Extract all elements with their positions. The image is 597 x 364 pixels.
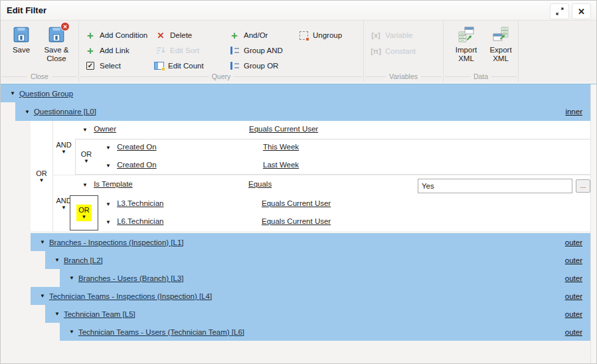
- collapse-arrow-icon[interactable]: ▼: [69, 275, 74, 281]
- join-type-link[interactable]: outer: [565, 256, 582, 264]
- value-link[interactable]: Equals Current User: [262, 217, 331, 225]
- close-badge-icon: ✕: [60, 22, 70, 31]
- save-close-label: Save & Close: [39, 46, 74, 63]
- field-dropdown-icon[interactable]: ▼: [106, 163, 111, 169]
- condition-created-on-1: ▼ Created On: [106, 143, 157, 151]
- add-condition-button[interactable]: + Add Condition: [85, 29, 147, 42]
- tree-row-questionnaire[interactable]: ▼ Questionnaire [L0] inner: [15, 102, 590, 121]
- ribbon-group-query: + Add Condition + Add Link ✓ Select ✕ De…: [79, 21, 364, 82]
- relation-link[interactable]: Technician Teams - Inspections (Inspecti…: [49, 292, 212, 300]
- and-or-button[interactable]: + And/Or: [229, 29, 268, 42]
- is-template-value-input[interactable]: [418, 179, 572, 193]
- relation-link[interactable]: Technician Team [L5]: [64, 310, 135, 318]
- group-and-button[interactable]: Group AND: [229, 44, 283, 57]
- field-dropdown-icon[interactable]: ▼: [82, 182, 88, 188]
- constant-button: [π] Constant: [371, 45, 416, 58]
- join-type-link[interactable]: outer: [565, 292, 582, 300]
- export-xml-button[interactable]: Export XML: [485, 26, 516, 63]
- group-icon: [230, 61, 239, 70]
- dialog-title: Edit Filter: [7, 5, 46, 15]
- field-dropdown-icon[interactable]: ▼: [82, 127, 88, 133]
- operator-link[interactable]: Equals: [248, 180, 272, 188]
- field-dropdown-icon[interactable]: ▼: [106, 201, 111, 207]
- save-button[interactable]: Save: [7, 26, 35, 54]
- tree-row-l1[interactable]: ▼ Branches - Inspections (Inspection) [L…: [31, 233, 590, 251]
- question-group-link[interactable]: Question Group: [19, 90, 73, 98]
- group-caption-variables: Variables: [365, 72, 442, 81]
- dropdown-icon: ▼: [84, 158, 89, 164]
- field-dropdown-icon[interactable]: ▼: [106, 145, 111, 151]
- root-operator[interactable]: OR ▼: [31, 121, 52, 231]
- constant-icon: [π]: [371, 47, 381, 55]
- questionnaire-link[interactable]: Questionnaire [L0]: [34, 108, 96, 116]
- group-separator: [52, 175, 592, 175]
- ungroup-button[interactable]: Ungroup: [298, 29, 342, 42]
- tree-row-l3[interactable]: ▼ Branches - Users (Branch) [L3] outer: [60, 269, 590, 287]
- edit-filter-dialog: Edit Filter ✕ Save: [0, 0, 597, 364]
- field-link[interactable]: Is Template: [94, 180, 133, 188]
- collapse-arrow-icon[interactable]: ▼: [54, 257, 60, 263]
- plus-icon: +: [231, 30, 238, 41]
- group1-operator[interactable]: AND ▼: [52, 121, 75, 175]
- save-close-button[interactable]: ✕ Save & Close: [39, 26, 74, 63]
- relation-link[interactable]: Branches - Inspections (Inspection) [L1]: [49, 238, 184, 246]
- collapse-arrow-icon[interactable]: ▼: [40, 239, 45, 245]
- field-link[interactable]: L6.Technician: [117, 217, 163, 225]
- titlebar: Edit Filter ✕: [1, 1, 596, 21]
- tree-row-question-group[interactable]: ▼ Question Group: [1, 84, 590, 102]
- relation-link[interactable]: Branches - Users (Branch) [L3]: [78, 274, 184, 282]
- condition-is-template: ▼ Is Template: [82, 180, 133, 188]
- tree-row-l2[interactable]: ▼ Branch [L2] outer: [45, 251, 590, 269]
- edit-sort-button: Edit Sort: [155, 44, 199, 57]
- close-icon: ✕: [578, 7, 585, 16]
- edit-count-button[interactable]: Edit Count: [153, 59, 204, 72]
- relation-link[interactable]: Technician Teams - Users (Technician Tea…: [78, 328, 244, 336]
- import-xml-button[interactable]: Import XML: [451, 26, 481, 63]
- group-caption-data: Data: [445, 72, 517, 81]
- group-or-button[interactable]: Group OR: [229, 59, 278, 72]
- tree-row-l6[interactable]: ▼ Technician Teams - Users (Technician T…: [60, 323, 590, 341]
- field-link[interactable]: L3.Technician: [117, 199, 163, 207]
- or-group2-operator-selected[interactable]: OR ▼: [76, 205, 92, 221]
- dropdown-icon: ▼: [61, 149, 66, 155]
- join-type-link[interactable]: outer: [565, 274, 582, 282]
- plus-icon: +: [87, 30, 94, 41]
- close-button[interactable]: ✕: [572, 3, 591, 19]
- collapse-arrow-icon[interactable]: ▼: [25, 109, 30, 115]
- condition-created-on-1-value: This Week: [263, 143, 299, 151]
- collapse-arrow-icon[interactable]: ▼: [10, 90, 15, 96]
- collapse-arrow-icon[interactable]: ▼: [54, 311, 60, 317]
- plus-icon: +: [87, 45, 94, 56]
- join-type-link[interactable]: outer: [565, 310, 582, 318]
- field-link[interactable]: Owner: [94, 125, 116, 133]
- checkbox-icon: ✓: [86, 62, 94, 70]
- group-caption-query: Query: [80, 72, 362, 81]
- or-group1-operator[interactable]: OR ▼: [75, 139, 98, 175]
- ribbon: Save ✕ Save & Close Close +: [1, 21, 596, 82]
- collapse-arrow-icon[interactable]: ▼: [40, 293, 45, 299]
- delete-button[interactable]: ✕ Delete: [155, 29, 192, 42]
- collapse-arrow-icon[interactable]: ▼: [69, 329, 74, 335]
- variable-button: [x] Variable: [371, 29, 412, 42]
- field-dropdown-icon[interactable]: ▼: [106, 219, 111, 225]
- tree-row-l4[interactable]: ▼ Technician Teams - Inspections (Inspec…: [31, 287, 590, 305]
- value-link[interactable]: Last Week: [263, 161, 299, 169]
- tree-row-l5[interactable]: ▼ Technician Team [L5] outer: [45, 305, 590, 323]
- field-link[interactable]: Created On: [117, 143, 156, 151]
- relation-link[interactable]: Branch [L2]: [64, 256, 103, 264]
- vertical-scrollbar[interactable]: [590, 84, 596, 363]
- value-link[interactable]: Equals Current User: [262, 199, 331, 207]
- value-link[interactable]: This Week: [263, 143, 299, 151]
- join-type-link[interactable]: outer: [565, 328, 582, 336]
- group-icon: [230, 46, 239, 55]
- condition-created-on-2: ▼ Created On: [106, 161, 157, 169]
- field-link[interactable]: Created On: [117, 161, 156, 169]
- value-link[interactable]: Equals Current User: [249, 125, 318, 133]
- select-button[interactable]: ✓ Select: [85, 59, 121, 72]
- maximize-button[interactable]: [550, 3, 569, 19]
- join-type-link[interactable]: inner: [565, 108, 582, 116]
- add-link-button[interactable]: + Add Link: [85, 44, 129, 57]
- value-picker-button[interactable]: ...: [576, 179, 590, 193]
- group-caption-close: Close: [2, 72, 77, 81]
- join-type-link[interactable]: outer: [565, 238, 582, 246]
